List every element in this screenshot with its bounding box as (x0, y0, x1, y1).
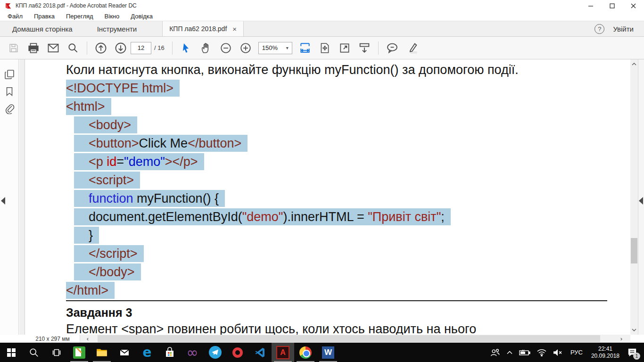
fit-width-icon[interactable] (297, 40, 313, 56)
menu-help[interactable]: Довідка (125, 13, 158, 20)
battery-icon[interactable] (516, 343, 534, 362)
code-line: document.getElementById("demo").innerHTM… (66, 208, 630, 226)
page-size-indicator: 210 x 297 мм (25, 335, 80, 343)
page-text-line: Коли натиснута кнопка, виконайте функцію… (66, 61, 630, 79)
tab-close-icon[interactable]: × (232, 25, 237, 33)
bookmarks-icon[interactable] (0, 83, 19, 100)
horizontal-scrollbar-row: 210 x 297 мм ‹ › (0, 335, 644, 343)
tab-home[interactable]: Домашня сторінка (0, 21, 85, 36)
notes-app-icon[interactable] (68, 343, 91, 362)
menu-view[interactable]: Перегляд (60, 13, 99, 20)
code-seg: Click Me (139, 136, 188, 150)
scroll-up-icon[interactable] (630, 60, 638, 68)
code-seg: } (89, 228, 93, 242)
pdf-page: Коли натиснута кнопка, виконайте функцію… (25, 59, 630, 335)
notification-center-icon[interactable]: 1 (623, 343, 644, 362)
section-divider (66, 300, 607, 301)
menu-window[interactable]: Вікно (99, 13, 125, 20)
telegram-icon[interactable] (204, 343, 226, 362)
zoom-level-select[interactable]: 150% ▾ (258, 42, 292, 54)
start-button[interactable] (0, 343, 23, 362)
menu-file[interactable]: Файл (2, 13, 28, 20)
mail-app-icon[interactable] (113, 343, 136, 362)
save-icon[interactable] (6, 40, 22, 56)
horizontal-scrollbar-thumb[interactable] (98, 335, 600, 342)
opera-icon[interactable] (226, 343, 249, 362)
fullscreen-icon[interactable] (337, 40, 353, 56)
print-icon[interactable] (25, 40, 41, 56)
people-icon[interactable] (487, 343, 504, 362)
word-icon[interactable]: W (317, 343, 339, 362)
scroll-down-icon[interactable] (630, 326, 638, 334)
minimize-button[interactable] (580, 0, 602, 11)
code-seg: <html> (66, 99, 105, 114)
attachments-icon[interactable] (0, 100, 19, 117)
hand-tool-icon[interactable] (198, 40, 214, 56)
horizontal-scrollbar[interactable]: 210 x 297 мм ‹ › (25, 335, 630, 343)
section-heading: Завдання 3 (66, 305, 630, 320)
highlighter-icon[interactable] (404, 40, 420, 56)
scroll-right-icon[interactable]: › (614, 335, 628, 343)
code-line: <body> (66, 116, 630, 134)
menu-edit[interactable]: Правка (28, 13, 60, 20)
zoom-in-icon[interactable] (238, 40, 254, 56)
taskbar-clock[interactable]: 22:41 20.09.2018 (587, 346, 623, 360)
clock-time: 22:41 (591, 346, 619, 353)
visual-studio-icon[interactable]: ∞ (181, 343, 204, 362)
next-page-icon[interactable] (113, 40, 129, 56)
code-line: function myFunction() { (66, 189, 630, 208)
code-line: } (66, 226, 630, 245)
code-seg: "demo" (242, 210, 283, 224)
menu-bar: Файл Правка Перегляд Вікно Довідка (0, 11, 644, 21)
clock-date: 20.09.2018 (591, 353, 619, 360)
language-indicator[interactable]: РУС (566, 349, 587, 356)
vertical-scrollbar-thumb[interactable] (631, 238, 637, 263)
document-area: Коли натиснута кнопка, виконайте функцію… (0, 59, 644, 335)
scroll-left-icon[interactable]: ‹ (81, 335, 95, 343)
file-explorer-icon[interactable] (91, 343, 113, 362)
vertical-scrollbar[interactable] (630, 59, 638, 335)
code-seg: ; (441, 210, 445, 224)
fit-page-icon[interactable] (317, 40, 333, 56)
edge-icon[interactable]: e (136, 343, 158, 362)
comment-icon[interactable] (384, 40, 400, 56)
chrome-icon[interactable] (294, 343, 317, 362)
page-number-input[interactable] (131, 42, 151, 54)
tray-chevron-up-icon[interactable] (504, 343, 516, 362)
search-icon[interactable] (65, 40, 81, 56)
vscode-icon[interactable] (249, 343, 272, 362)
tab-document[interactable]: КПП ла62 2018.pdf × (162, 21, 244, 36)
tabbar-right: ? Увійти (594, 21, 644, 37)
close-button[interactable] (623, 0, 644, 11)
email-icon[interactable] (45, 40, 61, 56)
maximize-button[interactable] (602, 0, 623, 11)
expand-tools-panel-arrow-icon[interactable] (639, 197, 643, 205)
chevron-down-icon: ▾ (286, 45, 289, 50)
taskbar-search-icon[interactable] (23, 343, 45, 362)
window-title: КПП ла62 2018.pdf - Adobe Acrobat Reader… (16, 2, 137, 9)
help-icon[interactable]: ? (594, 24, 604, 34)
task-view-icon[interactable] (45, 343, 68, 362)
code-seg: ).innerHTML = (283, 210, 368, 224)
previous-view-arrow-icon[interactable] (1, 197, 5, 205)
store-icon[interactable] (158, 343, 181, 362)
volume-muted-icon[interactable] (550, 343, 566, 362)
page-thumbnails-icon[interactable] (0, 66, 19, 83)
tab-tools[interactable]: Інструменти (85, 21, 149, 36)
zoom-out-icon[interactable] (218, 40, 234, 56)
code-line: </script> (66, 245, 630, 263)
code-seg: <p (89, 155, 107, 169)
acrobat-taskbar-icon[interactable]: A (272, 343, 294, 362)
code-seg: </button> (188, 136, 241, 150)
select-tool-icon[interactable] (178, 40, 194, 56)
reading-mode-icon[interactable] (356, 40, 372, 56)
previous-page-icon[interactable] (93, 40, 109, 56)
wifi-icon[interactable] (534, 343, 550, 362)
code-line: <!DOCTYPE html> (66, 79, 630, 98)
code-line: </body> (66, 263, 630, 281)
tab-document-label: КПП ла62 2018.pdf (169, 25, 227, 33)
sign-in-button[interactable]: Увійти (613, 25, 634, 33)
toolbar-separator (378, 41, 379, 55)
code-seg: </body> (89, 265, 135, 279)
toolbar-separator (172, 41, 173, 55)
